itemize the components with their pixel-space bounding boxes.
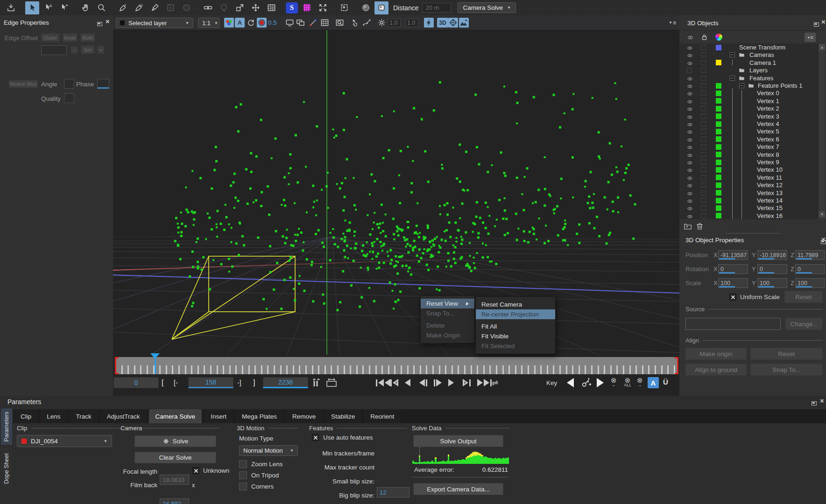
shape-tool-icon[interactable]	[374, 1, 388, 14]
on-tripod-checkbox[interactable]: On Tripod	[239, 471, 279, 479]
close-icon[interactable]: ×	[820, 399, 824, 403]
distance-input[interactable]: 20 m	[422, 3, 451, 13]
lock-placeholder[interactable]	[701, 152, 706, 157]
both-button[interactable]: Both	[80, 33, 95, 42]
view-3d-toggle[interactable]: 3D	[437, 18, 448, 28]
zoom-level-dropdown[interactable]: 1:1 ▼	[198, 18, 219, 28]
opacity-value[interactable]: 0.5	[268, 19, 277, 26]
source-input[interactable]	[685, 318, 781, 330]
next-key-button[interactable]	[597, 378, 604, 387]
color-swatch[interactable]	[716, 136, 721, 142]
tree-row[interactable]: Vertex 15	[679, 204, 819, 211]
auto-key-toggle[interactable]: A	[648, 377, 659, 388]
tree-row[interactable]: Vertex 6	[679, 135, 819, 143]
outer-button[interactable]: Outer	[41, 33, 60, 42]
menu-item-snap-to[interactable]: Snap To...	[421, 308, 474, 318]
line-tool-icon[interactable]	[308, 18, 318, 28]
menu-item-delete[interactable]: Delete	[421, 321, 474, 330]
tree-row[interactable]: Vertex 7	[679, 143, 819, 150]
end-frame-input[interactable]: 2238	[263, 377, 308, 388]
loop-button[interactable]: ⇌	[492, 378, 498, 387]
color-swatch[interactable]	[716, 182, 721, 188]
side-tab-dope-sheet[interactable]: Dope Sheet	[1, 448, 12, 489]
lock-placeholder[interactable]	[701, 98, 706, 104]
panel-drag-strip[interactable]	[0, 396, 826, 398]
play-button[interactable]	[448, 378, 454, 387]
tree-row[interactable]: Vertex 1	[679, 97, 819, 105]
square-delete-icon[interactable]: X	[163, 1, 177, 14]
scale-z-input[interactable]: 100	[795, 278, 825, 288]
red-channel-icon[interactable]	[257, 18, 267, 28]
lightning-icon[interactable]	[424, 18, 434, 28]
tree-row[interactable]: −Features	[679, 74, 819, 82]
color-swatch[interactable]	[716, 129, 721, 134]
menu-item-fit-visible[interactable]: Fit Visible	[476, 331, 555, 341]
tree-row[interactable]: Vertex 12	[679, 181, 819, 189]
tree-row[interactable]: Vertex 8	[679, 151, 819, 158]
corners-checkbox[interactable]: Corners	[239, 483, 274, 490]
tree-row[interactable]: Scene Transform	[679, 43, 819, 51]
panel-drag-handle[interactable]	[726, 233, 779, 234]
step-back-button[interactable]	[419, 378, 427, 387]
tree-row[interactable]: Layers	[679, 66, 819, 74]
unknown-checkbox[interactable]: Unknown	[192, 467, 229, 474]
tree-row[interactable]: Vertex 0	[679, 89, 819, 97]
zoom-tool-icon[interactable]	[94, 1, 108, 14]
import-icon[interactable]	[4, 1, 18, 14]
tab-reorient[interactable]: Reorient	[364, 409, 401, 423]
lock-placeholder[interactable]	[701, 52, 706, 57]
objects-menu-icon[interactable]: ▼≡	[805, 33, 816, 42]
link-icon[interactable]	[201, 1, 215, 14]
bracket-close-button[interactable]: ]	[253, 377, 255, 388]
align-to-ground-button[interactable]: Align to ground	[685, 364, 747, 376]
tree-row[interactable]: Vertex 10	[679, 166, 819, 173]
lock-placeholder[interactable]	[701, 91, 706, 96]
lock-placeholder[interactable]	[701, 114, 706, 119]
uniform-scale-checkbox[interactable]: Uniform Scale	[729, 294, 780, 301]
new-folder-icon[interactable]	[683, 222, 692, 232]
tab-clip[interactable]: Clip	[14, 409, 38, 423]
play-reverse-button[interactable]	[405, 378, 410, 387]
in-frame-input[interactable]: 158	[188, 377, 233, 388]
color-swatch[interactable]	[716, 160, 721, 165]
color-swatch[interactable]	[716, 98, 721, 104]
layer-dropdown[interactable]: Selected layer ▼	[116, 18, 193, 28]
pan-click-icon[interactable]	[350, 18, 360, 28]
go-start-button[interactable]	[376, 378, 390, 387]
tree-row[interactable]: Camera 1	[679, 59, 819, 66]
menu-item-reset-camera[interactable]: Reset Camera	[476, 300, 555, 309]
zoom-region-icon[interactable]	[335, 18, 345, 28]
rotation-y-input[interactable]: 0	[757, 264, 787, 274]
scale-reset-button[interactable]: Reset	[784, 291, 823, 303]
angle-input[interactable]	[64, 79, 74, 89]
tab-lens[interactable]: Lens	[40, 409, 67, 423]
color-swatch[interactable]	[716, 213, 721, 218]
bracket-open-button[interactable]: [	[162, 377, 163, 388]
tree-row[interactable]: Vertex 9	[679, 158, 819, 166]
select-b-cursor-icon[interactable]: B	[41, 1, 55, 14]
tab-insert[interactable]: Insert	[204, 409, 233, 423]
lock-placeholder[interactable]	[701, 76, 706, 81]
color-swatch[interactable]	[716, 198, 721, 203]
quad-view-icon[interactable]	[448, 18, 458, 28]
add-point-cursor-icon[interactable]: +	[57, 1, 71, 14]
tree-row[interactable]: Vertex 3	[679, 112, 819, 120]
snap-to-button[interactable]: Snap To...	[750, 364, 823, 376]
scroll-up-icon[interactable]: ▲	[819, 44, 825, 50]
tree-row[interactable]: −Feature Points 1	[679, 82, 819, 89]
lock-placeholder[interactable]	[701, 175, 706, 180]
menu-item-fit-all[interactable]: Fit All	[476, 322, 555, 331]
clip-dropdown[interactable]: DJI_0054 ▼	[17, 435, 112, 447]
eye-placeholder[interactable]	[687, 68, 692, 73]
collapse-icon[interactable]: −	[730, 76, 735, 81]
step-forward-button[interactable]	[434, 378, 442, 387]
lasso-icon[interactable]	[217, 1, 231, 14]
lock-placeholder[interactable]	[701, 160, 706, 165]
delete-point-pen-icon[interactable]: x	[116, 1, 130, 14]
paint-tool-icon[interactable]	[148, 1, 162, 14]
objects-scrollbar[interactable]: ▲ ▼	[819, 43, 826, 219]
silhouette-s-icon[interactable]: S	[286, 2, 298, 14]
tab-remove[interactable]: Remove	[286, 409, 322, 423]
scene-canvas[interactable]	[113, 30, 679, 355]
sphere-render-icon[interactable]	[359, 1, 373, 14]
